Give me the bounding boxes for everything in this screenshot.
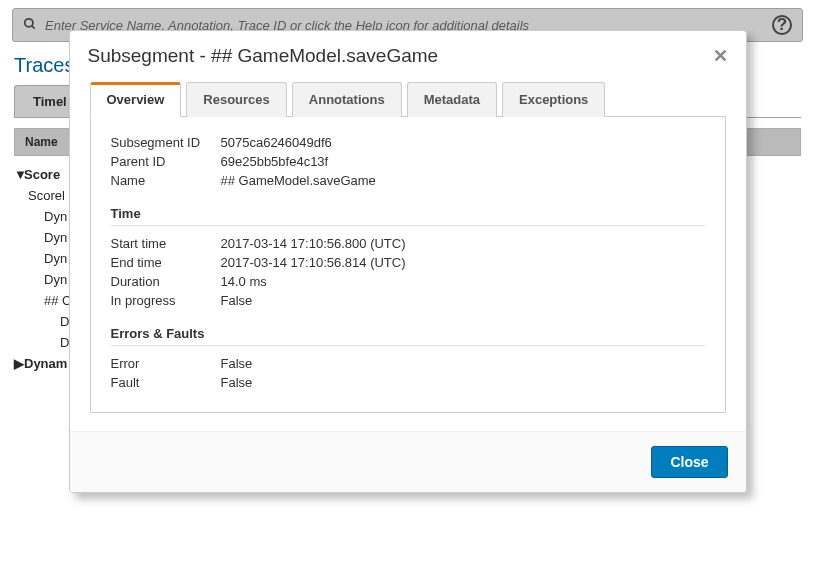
tab-metadata[interactable]: Metadata	[407, 82, 497, 117]
modal-title: Subsegment - ## GameModel.saveGame	[88, 45, 439, 67]
label: Parent ID	[111, 154, 221, 169]
field-duration: Duration 14.0 ms	[111, 272, 705, 291]
tab-exceptions[interactable]: Exceptions	[502, 82, 605, 117]
label: Subsegment ID	[111, 135, 221, 150]
modal-body: Overview Resources Annotations Metadata …	[70, 77, 746, 431]
label: End time	[111, 255, 221, 270]
field-subsegment-id: Subsegment ID 5075ca6246049df6	[111, 133, 705, 152]
tab-annotations[interactable]: Annotations	[292, 82, 402, 117]
field-parent-id: Parent ID 69e25bb5bfe4c13f	[111, 152, 705, 171]
divider	[111, 225, 705, 226]
tab-overview[interactable]: Overview	[90, 82, 182, 117]
modal-footer: Close	[70, 431, 746, 492]
field-end-time: End time 2017-03-14 17:10:56.814 (UTC)	[111, 253, 705, 272]
label: Start time	[111, 236, 221, 251]
value: ## GameModel.saveGame	[221, 173, 376, 188]
field-error: Error False	[111, 354, 705, 373]
label: Error	[111, 356, 221, 371]
value: False	[221, 375, 253, 390]
close-button[interactable]: Close	[651, 446, 727, 478]
label: Name	[111, 173, 221, 188]
value: 14.0 ms	[221, 274, 267, 289]
value: False	[221, 356, 253, 371]
field-in-progress: In progress False	[111, 291, 705, 310]
field-fault: Fault False	[111, 373, 705, 392]
section-time-heading: Time	[111, 206, 705, 221]
value: 5075ca6246049df6	[221, 135, 332, 150]
value: 2017-03-14 17:10:56.800 (UTC)	[221, 236, 406, 251]
tab-resources[interactable]: Resources	[186, 82, 286, 117]
overview-panel: Subsegment ID 5075ca6246049df6 Parent ID…	[90, 117, 726, 413]
modal-tabs: Overview Resources Annotations Metadata …	[90, 81, 726, 117]
section-errors-heading: Errors & Faults	[111, 326, 705, 341]
divider	[111, 345, 705, 346]
field-start-time: Start time 2017-03-14 17:10:56.800 (UTC)	[111, 234, 705, 253]
modal-header: Subsegment - ## GameModel.saveGame ✕	[70, 31, 746, 77]
label: In progress	[111, 293, 221, 308]
modal-overlay: Subsegment - ## GameModel.saveGame ✕ Ove…	[0, 0, 815, 582]
value: 2017-03-14 17:10:56.814 (UTC)	[221, 255, 406, 270]
field-name: Name ## GameModel.saveGame	[111, 171, 705, 190]
subsegment-modal: Subsegment - ## GameModel.saveGame ✕ Ove…	[69, 30, 747, 493]
label: Fault	[111, 375, 221, 390]
value: False	[221, 293, 253, 308]
label: Duration	[111, 274, 221, 289]
value: 69e25bb5bfe4c13f	[221, 154, 329, 169]
close-icon[interactable]: ✕	[713, 45, 728, 67]
